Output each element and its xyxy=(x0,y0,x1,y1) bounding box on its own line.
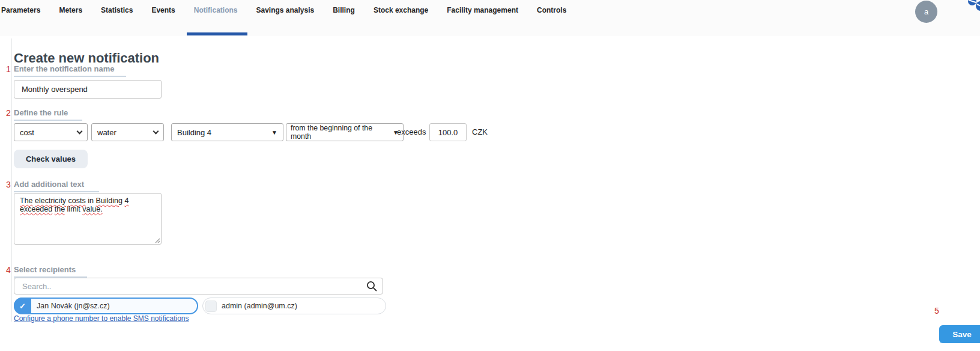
rule-metric-select[interactable]: cost xyxy=(14,123,88,141)
save-button[interactable]: Save xyxy=(939,325,980,343)
rule-currency-label: CZK xyxy=(472,123,488,141)
chevron-down-icon xyxy=(153,128,159,134)
active-tab-indicator xyxy=(187,32,247,35)
step-number-2: 2 xyxy=(6,108,11,118)
recipient-chip[interactable]: admin (admin@um.cz) xyxy=(202,298,386,314)
nav-tab-stock-exchange[interactable]: Stock exchange xyxy=(374,6,428,14)
corner-logo-icon xyxy=(959,0,980,14)
check-values-button[interactable]: Check values xyxy=(14,150,88,168)
dropdown-arrow-icon: ▼ xyxy=(271,129,277,136)
rule-metric-value: cost xyxy=(20,128,34,137)
additional-text-content: The electricity costs in Building 4 exce… xyxy=(20,197,156,213)
nav-tab-parameters[interactable]: Parameters xyxy=(1,6,40,14)
nav-tab-facility-management[interactable]: Facility management xyxy=(447,6,518,14)
nav-tab-meters[interactable]: Meters xyxy=(59,6,82,14)
step-number-4: 4 xyxy=(6,265,11,275)
notification-name-label: Enter the notification name xyxy=(14,64,126,77)
avatar[interactable]: a xyxy=(915,1,937,23)
nav-tab-controls[interactable]: Controls xyxy=(537,6,566,14)
page-title: Create new notification xyxy=(14,50,159,66)
nav-tab-savings-analysis[interactable]: Savings analysis xyxy=(256,6,314,14)
recipients-label: Select recipients xyxy=(14,265,87,278)
top-nav: ParametersMetersStatisticsEventsNotifica… xyxy=(0,0,980,36)
avatar-letter: a xyxy=(924,7,928,16)
sms-config-link[interactable]: Configure a phone number to enable SMS n… xyxy=(14,314,189,323)
app-window: ParametersMetersStatisticsEventsNotifica… xyxy=(0,0,980,351)
additional-text-area[interactable]: The electricity costs in Building 4 exce… xyxy=(14,193,162,245)
nav-tab-statistics[interactable]: Statistics xyxy=(101,6,133,14)
chip-label: admin (admin@um.cz) xyxy=(222,302,297,310)
nav-tab-events[interactable]: Events xyxy=(151,6,175,14)
rule-threshold-input[interactable] xyxy=(429,123,467,141)
content-left-border xyxy=(11,38,12,322)
rule-medium-value: water xyxy=(97,128,116,137)
rule-medium-select[interactable]: water xyxy=(91,123,164,141)
chip-label: Jan Novák (jn@sz.cz) xyxy=(37,302,110,310)
nav-tab-billing[interactable]: Billing xyxy=(333,6,355,14)
rule-label: Define the rule xyxy=(14,108,82,121)
additional-text-label: Add additional text xyxy=(14,180,99,192)
rule-scope-value: Building 4 xyxy=(177,128,211,137)
chevron-down-icon xyxy=(77,128,83,134)
resize-grip-icon[interactable] xyxy=(154,237,160,243)
notification-name-input[interactable] xyxy=(14,80,162,99)
recipient-chip[interactable]: ✓Jan Novák (jn@sz.cz) xyxy=(14,298,198,314)
rule-operator-label: exceeds xyxy=(397,123,426,141)
step-number-1: 1 xyxy=(6,64,11,74)
step-number-3: 3 xyxy=(6,180,11,189)
checkbox-unchecked-icon[interactable] xyxy=(205,301,217,312)
recipient-search xyxy=(14,278,383,295)
step-number-5: 5 xyxy=(934,306,939,316)
rule-scope-select[interactable]: Building 4 ▼ xyxy=(171,123,283,141)
checkbox-checked-icon[interactable]: ✓ xyxy=(14,298,31,314)
recipient-search-input[interactable] xyxy=(14,278,383,295)
search-icon[interactable] xyxy=(366,281,378,292)
nav-tab-notifications[interactable]: Notifications xyxy=(194,6,238,14)
rule-period-select[interactable]: from the beginning of the month ▼ xyxy=(286,123,404,141)
nav-tabs: ParametersMetersStatisticsEventsNotifica… xyxy=(1,6,566,14)
rule-period-value: from the beginning of the month xyxy=(291,124,390,141)
